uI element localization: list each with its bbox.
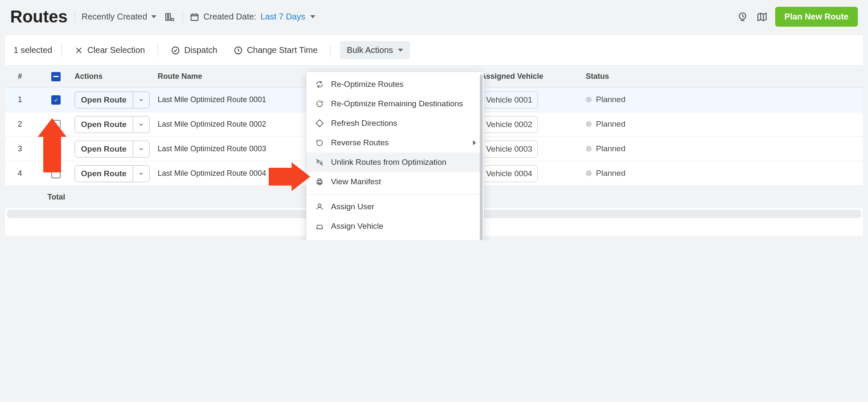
- date-filter[interactable]: Created Date: Last 7 Days: [190, 12, 315, 22]
- print-icon: [315, 177, 324, 186]
- bulk-actions-dropdown[interactable]: Bulk Actions: [340, 41, 410, 59]
- menu-assign-user[interactable]: Assign User: [306, 197, 484, 216]
- recent-activity-icon[interactable]: [736, 11, 749, 23]
- divider: [330, 44, 331, 57]
- svg-rect-1: [191, 14, 198, 20]
- open-route-menu[interactable]: [133, 92, 149, 108]
- clock-icon: [234, 46, 243, 55]
- open-route-button[interactable]: Open Route: [75, 116, 133, 133]
- map-icon[interactable]: [756, 11, 768, 23]
- menu-label: Assign User: [331, 202, 374, 211]
- open-route-button[interactable]: Open Route: [75, 166, 133, 182]
- row-number: 1: [5, 95, 42, 104]
- dispatch-button[interactable]: Dispatch: [167, 43, 221, 58]
- annotation-arrow-right: [269, 162, 310, 191]
- date-range: Last 7 Days: [261, 12, 306, 22]
- status-dot-icon: [586, 170, 592, 176]
- open-route-button[interactable]: Open Route: [75, 92, 133, 108]
- menu-reoptimize-remaining[interactable]: Re-Optimize Remaining Destinations: [306, 94, 484, 114]
- annotation-arrow-up: [43, 118, 67, 172]
- change-start-time-button[interactable]: Change Start Time: [230, 43, 321, 58]
- divider: [183, 11, 183, 23]
- date-prefix: Created Date:: [203, 12, 256, 22]
- change-start-label: Change Start Time: [247, 45, 318, 55]
- menu-label: Assign Vehicle: [331, 222, 384, 231]
- menu-label: Reverse Routes: [331, 138, 389, 147]
- menu-reoptimize-routes[interactable]: Re-Optimize Routes: [306, 75, 484, 94]
- menu-unlink-routes[interactable]: Unlink Routes from Optimization: [306, 152, 484, 172]
- unlink-icon: [315, 158, 324, 166]
- clear-selection-label: Clear Selection: [87, 45, 145, 55]
- person-icon: [315, 202, 324, 211]
- divider: [75, 11, 75, 23]
- svg-rect-7: [318, 179, 321, 180]
- undo-icon: [315, 139, 324, 147]
- status-cell: Planned: [586, 169, 626, 178]
- row-number: 3: [5, 144, 42, 153]
- calendar-icon: [190, 12, 199, 22]
- bulk-actions-menu: Re-Optimize Routes Re-Optimize Remaining…: [306, 72, 484, 240]
- sort-dropdown[interactable]: Recently Created: [82, 12, 157, 22]
- sort-label: Recently Created: [82, 12, 147, 22]
- select-all-checkbox[interactable]: [51, 72, 61, 81]
- menu-label: Unlink Routes from Optimization: [331, 158, 446, 167]
- svg-point-9: [318, 204, 321, 207]
- row-checkbox[interactable]: [51, 95, 61, 105]
- plan-new-route-button[interactable]: Plan New Route: [775, 7, 858, 27]
- menu-change-start-time[interactable]: Change Start Time: [306, 236, 484, 240]
- col-header-status: Status: [582, 72, 863, 81]
- svg-point-3: [172, 47, 179, 54]
- close-icon: [75, 46, 83, 55]
- menu-refresh-directions[interactable]: Refresh Directions: [306, 114, 484, 133]
- col-header-actions: Actions: [70, 72, 154, 81]
- chevron-down-icon: [151, 15, 156, 18]
- menu-label: Refresh Directions: [331, 119, 397, 128]
- open-route-button[interactable]: Open Route: [75, 141, 133, 157]
- page-title: Routes: [10, 7, 68, 26]
- selected-count: 1 selected: [12, 45, 52, 55]
- open-route-menu[interactable]: [133, 116, 149, 133]
- columns-settings-icon[interactable]: [163, 11, 176, 23]
- status-dot-icon: [586, 97, 592, 103]
- divider: [158, 44, 158, 57]
- svg-point-0: [171, 18, 174, 21]
- assigned-vehicle-cell[interactable]: Vehicle 0001: [481, 91, 538, 108]
- menu-scrollbar[interactable]: [480, 75, 483, 240]
- total-label: Total: [47, 193, 65, 202]
- menu-separator: [306, 194, 484, 194]
- clear-selection-button[interactable]: Clear Selection: [71, 43, 148, 58]
- col-header-vehicle: Assigned Vehicle: [481, 72, 582, 81]
- open-route-menu[interactable]: [133, 166, 149, 182]
- svg-rect-5: [316, 120, 323, 127]
- chevron-down-icon: [398, 49, 403, 52]
- menu-label: View Manifest: [331, 177, 381, 186]
- chevron-down-icon: [310, 15, 315, 18]
- assigned-vehicle-cell[interactable]: Vehicle 0002: [481, 116, 538, 133]
- status-cell: Planned: [586, 95, 626, 104]
- refresh-icon: [315, 80, 324, 89]
- divider: [61, 44, 62, 57]
- assigned-vehicle-cell[interactable]: Vehicle 0003: [481, 141, 538, 158]
- chevron-right-icon: [473, 140, 476, 145]
- assigned-vehicle-cell[interactable]: Vehicle 0004: [481, 165, 538, 182]
- dispatch-label: Dispatch: [184, 45, 217, 55]
- routes-panel: 1 selected Clear Selection Dispatch Chan…: [5, 35, 863, 236]
- menu-assign-vehicle[interactable]: Assign Vehicle: [306, 216, 484, 236]
- directions-icon: [315, 119, 324, 128]
- check-circle-icon: [171, 46, 180, 55]
- status-cell: Planned: [586, 144, 626, 153]
- menu-label: Re-Optimize Routes: [331, 80, 403, 89]
- row-number: 4: [5, 169, 42, 178]
- col-header-number: #: [5, 72, 42, 81]
- bulk-actions-label: Bulk Actions: [347, 45, 393, 55]
- open-route-menu[interactable]: [133, 141, 149, 157]
- menu-view-manifest[interactable]: View Manifest: [306, 172, 484, 191]
- status-dot-icon: [586, 121, 592, 127]
- menu-reverse-routes[interactable]: Reverse Routes: [306, 133, 484, 152]
- car-icon: [315, 222, 324, 230]
- status-cell: Planned: [586, 119, 626, 129]
- row-number: 2: [5, 120, 42, 129]
- status-dot-icon: [586, 146, 592, 152]
- refresh-icon: [315, 100, 324, 108]
- menu-label: Re-Optimize Remaining Destinations: [331, 99, 463, 108]
